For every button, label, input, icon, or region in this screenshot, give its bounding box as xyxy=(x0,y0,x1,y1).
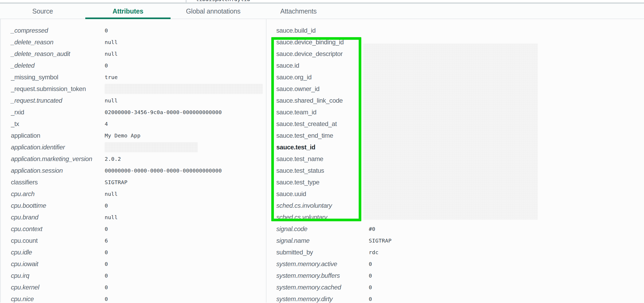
attribute-key[interactable]: system.memory.active xyxy=(276,260,369,268)
attribute-row: _delete_reason_auditnull xyxy=(1,48,266,60)
attribute-value: 02000000-3456-9c0a-0000-000000000000 xyxy=(105,109,222,115)
attribute-key[interactable]: signal.name xyxy=(276,237,369,244)
attribute-key[interactable]: sauce.id xyxy=(276,62,369,69)
attribute-row: cpu.nice0 xyxy=(1,293,266,302)
attribute-key[interactable]: sauce.owner_id xyxy=(276,85,369,93)
attribute-row: signal.nameSIGTRAP xyxy=(266,235,644,246)
attribute-key[interactable]: cpu.irq xyxy=(11,272,105,279)
attribute-key[interactable]: classifiers xyxy=(11,179,105,186)
attribute-key[interactable]: sauce.shared_link_code xyxy=(276,97,369,104)
clipped-library-text: libdispatch.dylib xyxy=(196,0,250,2)
attribute-key[interactable]: cpu.iowait xyxy=(11,260,105,268)
attribute-key[interactable]: _delete_reason xyxy=(11,38,105,46)
attribute-key[interactable]: cpu.boottime xyxy=(11,202,105,209)
attribute-key[interactable]: sauce.uuid xyxy=(276,190,369,198)
attribute-row: submitted_byrdc xyxy=(266,246,644,258)
attribute-row: cpu.count6 xyxy=(1,235,266,246)
attribute-row: cpu.idle0 xyxy=(1,246,266,258)
attribute-row: _request.submission_token xyxy=(1,83,266,95)
attribute-key[interactable]: cpu.nice xyxy=(11,295,105,302)
attribute-value: 0 xyxy=(369,296,372,302)
tab-source[interactable]: Source xyxy=(0,4,85,19)
attribute-value: rdc xyxy=(369,249,379,256)
attribute-key[interactable]: sched.cs.involuntary xyxy=(276,202,369,209)
attribute-key[interactable]: sauce.test_type xyxy=(276,179,369,186)
redacted-values-panel xyxy=(363,44,538,220)
attribute-row: signal.code#0 xyxy=(266,223,644,235)
attribute-key[interactable]: cpu.count xyxy=(11,237,105,244)
attribute-key[interactable]: cpu.brand xyxy=(11,214,105,221)
attribute-key[interactable]: cpu.context xyxy=(11,225,105,233)
attribute-value: 2.0.2 xyxy=(105,156,121,162)
attribute-key[interactable]: cpu.arch xyxy=(11,190,105,198)
attribute-key[interactable]: _compressed xyxy=(11,27,105,34)
attribute-key[interactable]: system.memory.dirty xyxy=(276,295,369,302)
attribute-row: cpu.kernel0 xyxy=(1,282,266,293)
attribute-key[interactable]: sauce.build_id xyxy=(276,27,369,34)
attribute-key[interactable]: _delete_reason_audit xyxy=(11,50,105,58)
attribute-value: 0 xyxy=(105,62,108,69)
attribute-row: _tx4 xyxy=(1,118,266,130)
attribute-key[interactable]: _tx xyxy=(11,120,105,128)
attribute-key[interactable]: cpu.idle xyxy=(11,249,105,256)
attribute-value: null xyxy=(105,97,118,104)
attribute-key[interactable]: _request.truncated xyxy=(11,97,105,104)
attribute-row: system.memory.buffers0 xyxy=(266,270,644,282)
attribute-value: 0 xyxy=(369,261,372,267)
attribute-key[interactable]: sauce.test_created_at xyxy=(276,120,369,128)
attribute-value: null xyxy=(105,51,118,57)
attributes-column-left: _compressed0_delete_reasonnull_delete_re… xyxy=(1,19,266,302)
attribute-key[interactable]: sauce.test_name xyxy=(276,155,369,163)
attribute-key[interactable]: submitted_by xyxy=(276,249,369,256)
attribute-row: cpu.brandnull xyxy=(1,211,266,223)
attribute-key[interactable]: sauce.test_id xyxy=(276,144,369,151)
attribute-value: 0 xyxy=(369,284,372,291)
attribute-value: #0 xyxy=(369,226,375,232)
attribute-row: _compressed0 xyxy=(1,25,266,36)
tab-bar: SourceAttributesGlobal annotationsAttach… xyxy=(0,4,644,19)
attribute-row: _missing_symboltrue xyxy=(1,71,266,83)
attribute-value: SIGTRAP xyxy=(105,179,128,185)
attribute-row: _deleted0 xyxy=(1,60,266,71)
attribute-key[interactable]: sauce.device_binding_id xyxy=(276,38,369,46)
tab-global-annotations[interactable]: Global annotations xyxy=(171,4,256,19)
tab-attachments[interactable]: Attachments xyxy=(256,4,341,19)
attribute-row: system.memory.active0 xyxy=(266,258,644,270)
attribute-row: cpu.context0 xyxy=(1,223,266,235)
attribute-key[interactable]: _deleted xyxy=(11,62,105,69)
attribute-value: null xyxy=(105,191,118,197)
attribute-key[interactable]: cpu.kernel xyxy=(11,284,105,291)
attribute-row: system.memory.cached0 xyxy=(266,282,644,293)
attribute-value: 00000000-0000-0000-0000-000000000000 xyxy=(105,167,222,174)
attribute-key[interactable]: application xyxy=(11,132,105,139)
attribute-key[interactable]: application.identifier xyxy=(11,144,105,151)
attribute-key[interactable]: application.session xyxy=(11,167,105,174)
attribute-value: true xyxy=(105,74,118,80)
top-clipped-strip: libdispatch.dylib xyxy=(0,0,644,4)
attribute-key[interactable]: _request.submission_token xyxy=(11,85,105,93)
tab-attributes[interactable]: Attributes xyxy=(85,4,171,19)
attribute-value: 0 xyxy=(105,226,108,232)
attribute-key[interactable]: _missing_symbol xyxy=(11,73,105,81)
attribute-key[interactable]: application.marketing_version xyxy=(11,155,105,163)
attribute-key[interactable]: system.memory.cached xyxy=(276,284,369,291)
attribute-value: My Demo App xyxy=(105,132,141,139)
attribute-value: SIGTRAP xyxy=(369,237,392,244)
attribute-key[interactable]: sauce.device_descriptor xyxy=(276,50,369,58)
attribute-key[interactable]: sauce.test_status xyxy=(276,167,369,174)
attribute-key[interactable]: sauce.org_id xyxy=(276,73,369,81)
attribute-row: _rxid02000000-3456-9c0a-0000-00000000000… xyxy=(1,106,266,118)
attribute-key[interactable]: signal.code xyxy=(276,225,369,233)
attribute-key[interactable]: sauce.team_id xyxy=(276,109,369,116)
attributes-content: _compressed0_delete_reasonnull_delete_re… xyxy=(0,19,644,302)
attribute-key[interactable]: sauce.test_end_time xyxy=(276,132,369,139)
attribute-row: application.identifier xyxy=(1,141,266,153)
attribute-row: _delete_reasonnull xyxy=(1,36,266,48)
attribute-row: sauce.build_id xyxy=(266,25,644,36)
attribute-row: application.session00000000-0000-0000-00… xyxy=(1,165,266,176)
attribute-key[interactable]: sched.cs.voluntary xyxy=(276,214,369,221)
attribute-value: 4 xyxy=(105,121,108,127)
attribute-value: 0 xyxy=(105,296,108,302)
attribute-key[interactable]: _rxid xyxy=(11,109,105,116)
attribute-key[interactable]: system.memory.buffers xyxy=(276,272,369,279)
